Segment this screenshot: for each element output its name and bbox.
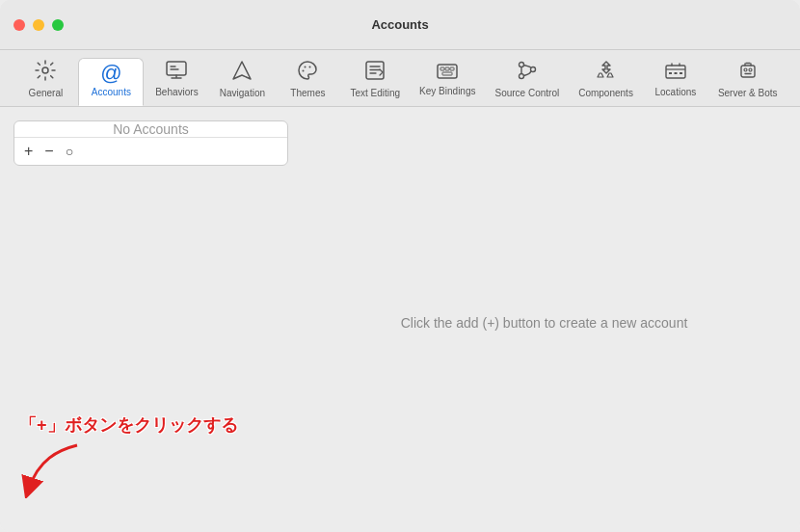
window-controls — [13, 19, 64, 31]
svg-point-4 — [305, 66, 307, 68]
tab-text-editing[interactable]: Text Editing — [340, 56, 410, 106]
tab-behaviors-label: Behaviors — [155, 87, 198, 97]
tab-locations[interactable]: Locations — [643, 57, 708, 105]
svg-point-14 — [530, 67, 535, 72]
svg-rect-11 — [442, 72, 452, 75]
tab-key-bindings[interactable]: Key Bindings — [410, 58, 485, 104]
tab-components[interactable]: Components — [569, 56, 643, 106]
svg-rect-15 — [666, 66, 685, 78]
svg-rect-16 — [669, 72, 672, 74]
general-icon — [35, 60, 56, 85]
annotation-overlay: 「+」ボタンをクリックする — [19, 413, 238, 498]
behaviors-icon — [166, 61, 187, 84]
tab-source-control[interactable]: Source Control — [485, 56, 569, 106]
annotation-arrow — [19, 440, 96, 498]
svg-point-21 — [749, 68, 752, 71]
navigation-icon — [231, 60, 253, 85]
toolbar: General @ Accounts Behaviors Navigation — [0, 50, 800, 107]
annotation-text: 「+」ボタンをクリックする — [19, 415, 238, 435]
close-button[interactable] — [13, 19, 25, 31]
tab-navigation[interactable]: Navigation — [209, 56, 275, 106]
source-control-icon — [517, 60, 538, 85]
no-accounts-label: No Accounts — [113, 121, 189, 137]
components-icon — [596, 60, 617, 85]
svg-rect-18 — [680, 72, 682, 74]
left-panel: No Accounts + − ○ — [13, 120, 288, 166]
server-bots-icon — [737, 60, 759, 85]
accounts-icon: @ — [100, 63, 121, 84]
svg-rect-1 — [167, 62, 186, 75]
svg-rect-8 — [440, 67, 444, 70]
minimize-button[interactable] — [33, 19, 44, 31]
tab-text-editing-label: Text Editing — [350, 88, 400, 98]
panel-footer: + − ○ — [14, 137, 287, 165]
svg-point-13 — [519, 63, 523, 67]
key-bindings-icon — [437, 62, 458, 83]
svg-point-5 — [309, 66, 311, 68]
remove-account-button[interactable]: − — [42, 144, 55, 159]
text-editing-icon — [364, 60, 386, 85]
tab-locations-label: Locations — [654, 87, 696, 97]
svg-point-12 — [519, 74, 523, 79]
tab-navigation-label: Navigation — [220, 88, 265, 98]
tab-themes-label: Themes — [290, 88, 325, 98]
tab-source-control-label: Source Control — [494, 88, 559, 98]
maximize-button[interactable] — [52, 19, 64, 31]
right-panel: Click the add (+) button to create a new… — [288, 107, 800, 532]
svg-rect-7 — [438, 65, 457, 78]
tab-accounts[interactable]: @ Accounts — [78, 58, 144, 106]
tab-general-label: General — [29, 88, 64, 98]
locations-icon — [665, 61, 686, 84]
svg-rect-10 — [450, 67, 454, 70]
tab-accounts-label: Accounts — [92, 87, 131, 97]
tab-server-bots[interactable]: Server & Bots — [708, 56, 787, 106]
tab-behaviors[interactable]: Behaviors — [144, 57, 209, 105]
svg-rect-17 — [674, 72, 677, 74]
window-title: Accounts — [371, 17, 428, 32]
titlebar: Accounts — [0, 0, 800, 50]
tab-server-bots-label: Server & Bots — [718, 88, 778, 98]
tab-general[interactable]: General — [13, 56, 78, 106]
filter-account-button[interactable]: ○ — [64, 145, 75, 158]
tab-components-label: Components — [578, 88, 633, 98]
svg-point-20 — [744, 68, 747, 71]
svg-point-3 — [303, 70, 305, 72]
panel-content: No Accounts — [14, 121, 287, 137]
themes-icon — [297, 60, 318, 85]
main-content: No Accounts + − ○ 「+」ボタンをクリックする — [0, 107, 800, 532]
svg-point-0 — [42, 67, 48, 73]
tab-themes[interactable]: Themes — [275, 56, 340, 106]
svg-marker-2 — [233, 62, 251, 79]
svg-rect-19 — [741, 66, 755, 77]
add-account-button[interactable]: + — [22, 144, 35, 159]
svg-rect-9 — [445, 67, 449, 70]
right-panel-hint: Click the add (+) button to create a new… — [401, 315, 688, 331]
tab-key-bindings-label: Key Bindings — [419, 86, 475, 96]
